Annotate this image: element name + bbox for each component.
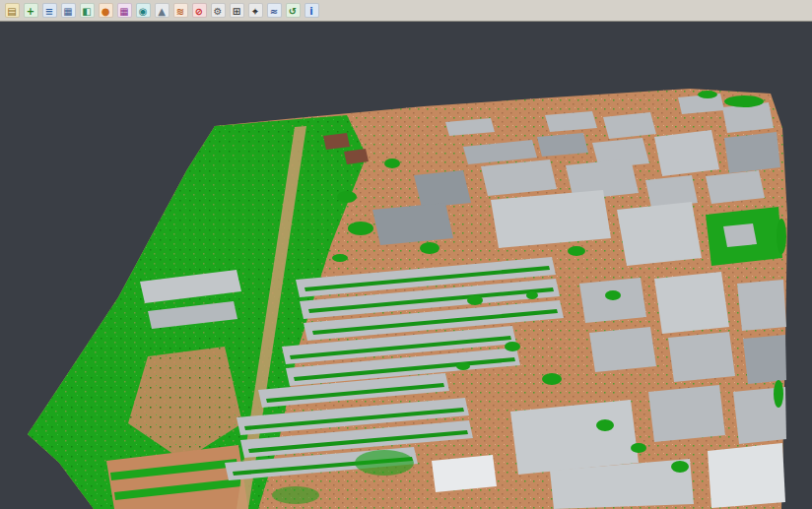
- building: [743, 335, 786, 384]
- building: [648, 385, 725, 442]
- scene-svg: [0, 22, 812, 509]
- exclude-icon-glyph: ⊘: [192, 3, 207, 18]
- add-data-icon-glyph: +: [24, 3, 38, 18]
- tree-cluster: [596, 419, 614, 431]
- building: [723, 223, 757, 247]
- info-icon-glyph: i: [304, 3, 319, 18]
- building: [537, 133, 588, 157]
- building: [432, 455, 497, 492]
- crosshair-icon[interactable]: ⌖: [246, 2, 264, 20]
- scene-layer: [28, 89, 787, 509]
- tree-cluster: [384, 159, 400, 168]
- building: [372, 203, 453, 245]
- tree-cluster: [774, 380, 783, 408]
- open-folder-icon[interactable]: ▤: [3, 2, 21, 20]
- add-data-icon[interactable]: +: [22, 2, 39, 20]
- building: [706, 170, 765, 204]
- classification-icon-glyph: ▦: [117, 3, 132, 18]
- building: [414, 170, 471, 208]
- color-palette-icon-glyph: ●: [99, 3, 113, 18]
- building: [724, 132, 780, 173]
- building: [510, 400, 639, 475]
- table-icon-glyph: ▦: [61, 3, 76, 18]
- building: [708, 443, 785, 508]
- tree-cluster: [671, 461, 689, 473]
- tin-mesh-icon-glyph: ▲: [155, 3, 169, 18]
- image-view-icon-glyph: ◧: [80, 3, 95, 18]
- building: [737, 280, 786, 331]
- building: [617, 202, 702, 266]
- tree-cluster: [724, 95, 764, 107]
- globe-icon-glyph: ◉: [136, 3, 151, 18]
- tree-cluster: [542, 373, 562, 385]
- info-icon[interactable]: i: [303, 2, 320, 20]
- contour-icon-glyph: ≋: [173, 3, 188, 18]
- tree-cluster: [526, 291, 538, 299]
- table-icon[interactable]: ▦: [59, 2, 77, 20]
- orbit-view-icon-glyph: ↺: [286, 3, 301, 18]
- tree-cluster: [777, 219, 786, 254]
- color-palette-icon[interactable]: ●: [97, 2, 114, 20]
- extent-icon[interactable]: ⊞: [228, 2, 245, 20]
- tree-cluster: [605, 290, 621, 300]
- classification-icon[interactable]: ▦: [115, 2, 133, 20]
- toolbar: ▤+≡▦◧●▦◉▲≋⊘⚙⊞⌖≈↺i: [0, 0, 812, 22]
- building: [654, 130, 719, 176]
- settings-icon-glyph: ⚙: [211, 3, 226, 18]
- exclude-icon[interactable]: ⊘: [190, 2, 208, 20]
- tree-cluster: [631, 443, 646, 453]
- building: [589, 327, 656, 372]
- building: [668, 332, 735, 382]
- tree-cluster: [337, 191, 357, 203]
- globe-icon[interactable]: ◉: [134, 2, 152, 20]
- viewport-3d[interactable]: [0, 22, 812, 509]
- layers-icon[interactable]: ≡: [40, 2, 58, 20]
- building: [491, 190, 611, 248]
- tree-cluster: [420, 242, 440, 254]
- tree-cluster: [505, 342, 520, 351]
- settings-icon[interactable]: ⚙: [209, 2, 227, 20]
- tree-cluster: [698, 91, 717, 98]
- layers-icon-glyph: ≡: [42, 3, 57, 18]
- building: [654, 272, 729, 334]
- tree-cluster: [467, 295, 483, 305]
- barn-red-1: [323, 133, 350, 150]
- vegetation-scatter: [272, 486, 319, 504]
- tree-cluster: [348, 222, 373, 235]
- open-folder-icon-glyph: ▤: [5, 3, 20, 18]
- tree-cluster: [332, 254, 348, 262]
- contour-icon[interactable]: ≋: [171, 2, 189, 20]
- tree-cluster: [456, 362, 470, 370]
- image-view-icon[interactable]: ◧: [78, 2, 96, 20]
- vegetation-scatter: [355, 450, 414, 476]
- tree-cluster: [568, 246, 585, 256]
- crosshair-icon-glyph: ⌖: [248, 3, 263, 18]
- profile-icon[interactable]: ≈: [265, 2, 283, 20]
- orbit-view-icon[interactable]: ↺: [284, 2, 302, 20]
- profile-icon-glyph: ≈: [267, 3, 282, 18]
- extent-icon-glyph: ⊞: [230, 3, 244, 18]
- tin-mesh-icon[interactable]: ▲: [153, 2, 170, 20]
